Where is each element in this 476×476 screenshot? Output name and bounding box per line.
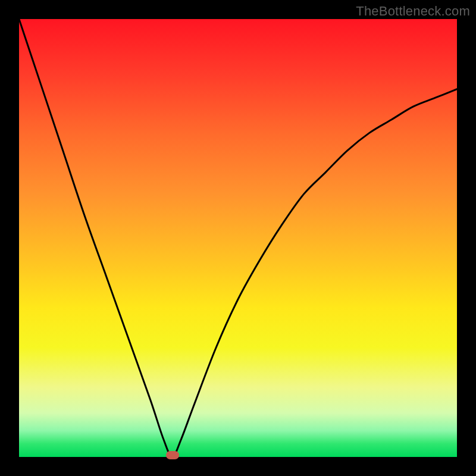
- chart-frame: TheBottleneck.com: [0, 0, 476, 476]
- bottleneck-curve: [19, 19, 457, 457]
- watermark-text: TheBottleneck.com: [356, 4, 470, 19]
- plot-area: [19, 19, 457, 457]
- curve-svg: [19, 19, 457, 457]
- optimum-marker: [166, 451, 179, 459]
